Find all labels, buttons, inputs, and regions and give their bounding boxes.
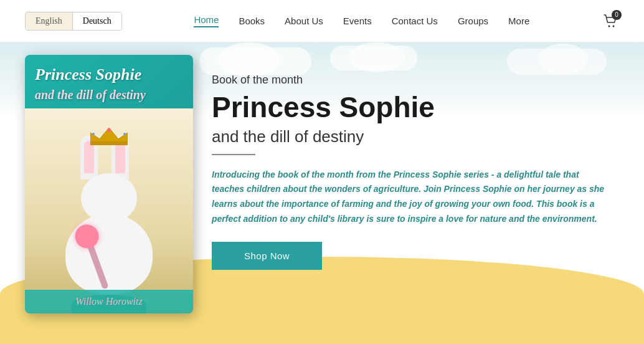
cart-count: 0: [612, 10, 622, 20]
nav-about-us[interactable]: About Us: [285, 16, 323, 26]
rabbit-ear-inner-left: [84, 141, 94, 173]
cloud-shape-4: [349, 42, 405, 72]
book-title-area: Princess Sophie and the dill of destiny: [25, 55, 193, 108]
nav-more[interactable]: More: [508, 16, 529, 26]
cart-icon: 0: [602, 12, 619, 30]
book-cover: Princess Sophie and the dill of destiny: [25, 55, 193, 313]
nav-contact-us[interactable]: Contact Us: [392, 16, 438, 26]
rabbit-ear-inner-right: [115, 141, 125, 173]
rabbit-background: [25, 108, 193, 313]
crown: [90, 128, 128, 141]
language-switcher: English Deutsch: [25, 12, 122, 31]
nav-groups[interactable]: Groups: [458, 16, 488, 26]
shop-now-button[interactable]: Shop Now: [212, 242, 322, 270]
site-header: English Deutsch Home Books About Us Even…: [0, 0, 644, 42]
book-cover-title: Princess Sophie and the dill of destiny: [35, 65, 183, 103]
hero-subtitle: Book of the month: [212, 74, 619, 87]
hero-main-title: Princess Sophie: [212, 92, 619, 123]
english-lang-button[interactable]: English: [26, 12, 72, 30]
hero-description: Introducing the book of the month from t…: [212, 168, 610, 227]
hero-content: Book of the month Princess Sophie and th…: [212, 74, 619, 270]
cloud-shape-2: [218, 42, 280, 77]
main-nav: Home Books About Us Events Contact Us Gr…: [194, 14, 529, 27]
rabbit-body: [65, 214, 153, 295]
book-author-text: Willow Horowitz: [75, 296, 142, 307]
svg-point-4: [107, 128, 111, 132]
svg-rect-3: [90, 141, 128, 145]
hero-section: Princess Sophie and the dill of destiny: [0, 42, 644, 344]
svg-point-6: [123, 133, 126, 135]
nav-books[interactable]: Books: [239, 16, 265, 26]
cart-button[interactable]: 0: [602, 12, 619, 30]
nav-events[interactable]: Events: [343, 16, 372, 26]
hero-secondary-title: and the dill of destiny: [212, 127, 619, 146]
book-cover-wrap: Princess Sophie and the dill of destiny: [25, 55, 193, 313]
svg-point-5: [92, 133, 95, 135]
title-divider: [212, 154, 255, 155]
nav-home[interactable]: Home: [194, 14, 219, 27]
cloud-shape-6: [538, 44, 588, 75]
svg-point-1: [612, 25, 614, 27]
deutsch-lang-button[interactable]: Deutsch: [73, 12, 121, 30]
book-author-area: Willow Horowitz: [25, 290, 193, 313]
book-image-area: [25, 108, 193, 313]
svg-point-0: [608, 25, 610, 27]
